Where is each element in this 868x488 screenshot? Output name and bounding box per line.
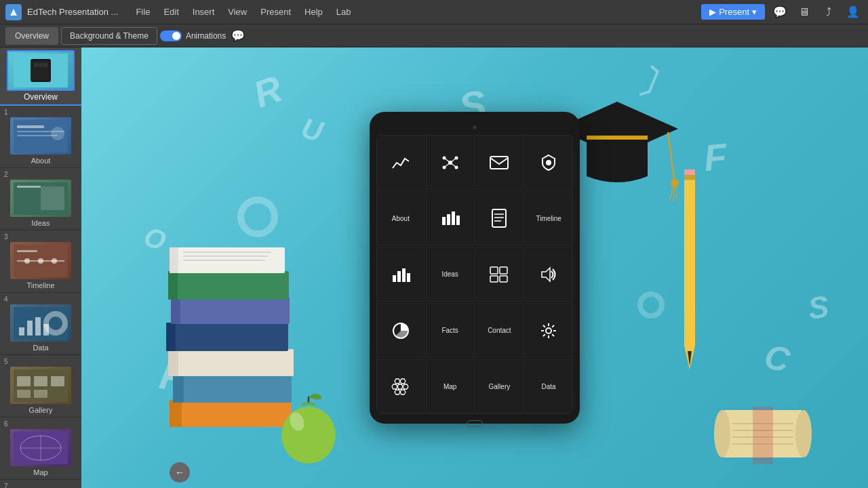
tablet-home-button[interactable] xyxy=(467,420,483,427)
tablet-cell-icon-mail[interactable] xyxy=(475,135,524,190)
svg-rect-50 xyxy=(173,374,184,403)
svg-rect-15 xyxy=(41,186,64,210)
menu-help[interactable]: Help xyxy=(298,0,330,24)
deco-letter-s-right: S xyxy=(806,289,831,327)
svg-rect-30 xyxy=(34,376,47,386)
tablet-cell-gallery[interactable]: Gallery xyxy=(475,359,524,414)
sidebar-item-overview[interactable]: Overview xyxy=(0,47,81,106)
slide-label-about: About xyxy=(31,157,51,165)
present-button[interactable]: ▶ Present ▾ xyxy=(701,4,765,20)
svg-line-70 xyxy=(673,185,675,201)
animations-toggle[interactable]: Animations xyxy=(160,30,226,41)
slide-thumb-ideas xyxy=(10,180,71,217)
tablet-cell-about[interactable]: About xyxy=(376,191,425,247)
tablet-gallery-label: Gallery xyxy=(489,383,511,390)
menu-present[interactable]: Present xyxy=(254,0,298,24)
back-button[interactable]: ← xyxy=(170,462,190,483)
tab-background[interactable]: Background & Theme xyxy=(61,27,157,45)
svg-rect-17 xyxy=(17,250,37,252)
pencil-decoration xyxy=(682,169,695,359)
svg-marker-125 xyxy=(400,390,406,394)
svg-marker-122 xyxy=(397,384,403,389)
sidebar-item-map[interactable]: 6 Map xyxy=(0,418,81,480)
svg-rect-24 xyxy=(27,321,33,336)
tablet-cell-icon-chart[interactable] xyxy=(376,135,425,190)
tablet-cell-map[interactable]: Map xyxy=(426,359,475,414)
tablet-cell-bar[interactable] xyxy=(426,191,475,247)
deco-letter-u: U xyxy=(298,111,326,148)
comments-icon[interactable]: 💬 xyxy=(770,3,789,22)
tablet-cell-doc[interactable] xyxy=(475,191,524,247)
tablet-cell-hexgrid[interactable] xyxy=(376,359,425,414)
svg-rect-54 xyxy=(166,323,176,351)
svg-rect-53 xyxy=(166,323,288,351)
svg-rect-31 xyxy=(51,376,64,386)
tablet-contact-label: Contact xyxy=(488,327,511,334)
slide-num-5: 5 xyxy=(4,358,8,365)
svg-rect-100 xyxy=(442,217,446,225)
svg-point-20 xyxy=(38,258,43,264)
share-icon[interactable]: ⤴ xyxy=(819,3,838,22)
slide-num-6: 6 xyxy=(4,420,8,428)
menu-lab[interactable]: Lab xyxy=(330,0,358,24)
tablet-device: About xyxy=(370,112,580,424)
svg-rect-52 xyxy=(168,349,178,376)
svg-rect-56 xyxy=(171,297,180,324)
svg-marker-119 xyxy=(395,379,400,384)
tablet-home xyxy=(376,417,573,430)
menu-edit[interactable]: Edit xyxy=(157,0,185,24)
tablet-cell-icon-shield[interactable] xyxy=(524,135,573,190)
top-bar: EdTech Presentation ... File Edit Insert… xyxy=(0,0,868,24)
slide-thumb-timeline xyxy=(10,242,71,279)
svg-rect-111 xyxy=(407,273,410,282)
toolbar-comment-icon[interactable]: 💬 xyxy=(231,29,245,42)
sidebar: Overview 1 About 2 xyxy=(0,47,81,488)
play-icon: ▶ xyxy=(709,7,716,17)
svg-line-96 xyxy=(444,163,450,167)
tablet-cell-ideas[interactable]: Ideas xyxy=(426,247,475,302)
svg-point-21 xyxy=(52,258,57,264)
svg-marker-120 xyxy=(400,379,406,384)
sidebar-item-timeline[interactable]: 3 Timeline xyxy=(0,230,81,293)
menu-insert[interactable]: Insert xyxy=(186,0,222,24)
sidebar-item-about[interactable]: 1 About xyxy=(0,106,81,168)
sidebar-item-data[interactable]: 4 Data xyxy=(0,293,81,355)
tablet-facts-label: Facts xyxy=(441,327,458,334)
slide-num-1: 1 xyxy=(4,108,8,116)
svg-marker-121 xyxy=(392,384,397,389)
tablet-cell-data[interactable]: Data xyxy=(524,359,573,414)
tab-overview[interactable]: Overview xyxy=(5,27,58,45)
svg-rect-103 xyxy=(456,216,460,225)
sidebar-item-gallery[interactable]: 5 Gallery xyxy=(0,355,81,418)
toggle-switch[interactable] xyxy=(160,30,182,41)
svg-rect-66 xyxy=(587,136,648,140)
tablet-cell-grid[interactable] xyxy=(475,247,524,302)
diploma-decoration xyxy=(712,400,800,461)
menu-view[interactable]: View xyxy=(221,0,254,24)
tablet-cell-facts[interactable]: Facts xyxy=(426,303,475,359)
svg-rect-74 xyxy=(684,169,695,175)
slide-label-data: Data xyxy=(33,344,48,352)
tablet-ideas-label: Ideas xyxy=(441,270,458,278)
sidebar-item-ideas[interactable]: 2 Ideas xyxy=(0,168,81,230)
svg-line-71 xyxy=(676,185,677,200)
screen-icon[interactable]: 🖥 xyxy=(795,3,814,22)
svg-marker-116 xyxy=(542,268,550,281)
tablet-cell-bar2[interactable] xyxy=(376,247,425,302)
slide-thumb-map xyxy=(10,429,71,466)
user-icon[interactable]: 👤 xyxy=(844,3,863,22)
overview-label: Overview xyxy=(24,92,58,102)
tablet-cell-contact[interactable]: Contact xyxy=(475,303,524,359)
sidebar-item-facts[interactable]: 7 Facts xyxy=(0,480,81,488)
svg-point-118 xyxy=(546,328,551,333)
tablet-cell-timeline[interactable]: Timeline xyxy=(524,191,573,247)
overview-thumb xyxy=(7,50,75,91)
menu-file[interactable]: File xyxy=(129,0,157,24)
tablet-cell-speaker[interactable] xyxy=(524,247,573,302)
svg-line-67 xyxy=(668,132,675,183)
svg-rect-109 xyxy=(397,271,401,282)
tablet-cell-pie[interactable] xyxy=(376,303,425,359)
tablet-cell-gear[interactable] xyxy=(524,303,573,359)
content-area: R U S 〕 F P R C S O xyxy=(81,47,868,488)
tablet-cell-icon-network[interactable] xyxy=(426,135,475,190)
